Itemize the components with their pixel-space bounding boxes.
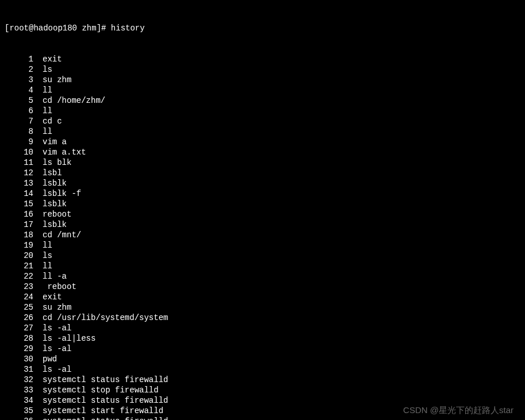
- history-list: 1exit2ls3su zhm4ll5cd /home/zhm/6ll7cd c…: [5, 54, 520, 420]
- history-line: 26cd /usr/lib/systemd/system: [5, 313, 520, 323]
- history-command: cd /mnt/: [33, 230, 81, 240]
- history-line: 3su zhm: [5, 75, 520, 85]
- history-line: 22ll -a: [5, 271, 520, 282]
- history-line: 20ls: [5, 251, 520, 261]
- history-line: 23 reboot: [5, 282, 520, 292]
- watermark-text: CSDN @星光下的赶路人star: [403, 405, 513, 415]
- history-number: 26: [5, 313, 33, 323]
- history-command: systemctl stop firewalld: [33, 385, 159, 395]
- history-line: 8ll: [5, 126, 520, 137]
- history-command: ll: [33, 85, 52, 95]
- history-line: 6ll: [5, 106, 520, 116]
- history-command: lsblk: [33, 178, 67, 188]
- history-line: 24exit: [5, 292, 520, 302]
- history-command: lsblk: [33, 219, 67, 230]
- history-number: 16: [5, 209, 33, 219]
- history-number: 33: [5, 385, 33, 395]
- history-line: 25su zhm: [5, 302, 520, 313]
- history-number: 2: [5, 64, 33, 75]
- history-command: ls -al: [33, 364, 71, 375]
- history-line: 7cd c: [5, 116, 520, 126]
- history-line: 17lsblk: [5, 219, 520, 230]
- history-number: 19: [5, 240, 33, 251]
- history-command: systemctl status firewalld: [33, 375, 168, 385]
- history-number: 18: [5, 230, 33, 240]
- history-number: 24: [5, 292, 33, 302]
- history-line: 21ll: [5, 261, 520, 271]
- history-number: 17: [5, 219, 33, 230]
- terminal-output[interactable]: [root@hadoop180 zhm]# history 1exit2ls3s…: [5, 2, 520, 420]
- history-number: 4: [5, 85, 33, 95]
- history-command: cd c: [33, 116, 62, 126]
- history-line: 30pwd: [5, 354, 520, 364]
- history-command: vim a: [33, 137, 67, 147]
- history-line: 5cd /home/zhm/: [5, 95, 520, 106]
- history-line: 18cd /mnt/: [5, 230, 520, 240]
- history-number: 11: [5, 157, 33, 168]
- history-command: ls -al|less: [33, 333, 95, 344]
- history-number: 13: [5, 178, 33, 188]
- history-line: 33systemctl stop firewalld: [5, 385, 520, 395]
- history-command: su zhm: [33, 302, 71, 313]
- history-command: ls blk: [33, 157, 71, 168]
- history-line: 9vim a: [5, 137, 520, 147]
- shell-prompt: [root@hadoop180 zhm]#: [5, 23, 111, 33]
- history-command: ll: [33, 261, 52, 271]
- history-number: 5: [5, 95, 33, 106]
- history-command: lsbl: [33, 168, 62, 178]
- history-number: 22: [5, 271, 33, 282]
- history-line: 16reboot: [5, 209, 520, 219]
- history-number: 29: [5, 344, 33, 354]
- history-line: 36systemctl status firewalld: [5, 416, 520, 420]
- history-command: ls -al: [33, 344, 71, 354]
- history-command: exit: [33, 292, 62, 302]
- history-number: 15: [5, 199, 33, 209]
- history-number: 32: [5, 375, 33, 385]
- history-number: 25: [5, 302, 33, 313]
- history-line: 28ls -al|less: [5, 333, 520, 344]
- history-number: 21: [5, 261, 33, 271]
- history-line: 34systemctl status firewalld: [5, 395, 520, 406]
- history-number: 20: [5, 251, 33, 261]
- history-number: 35: [5, 406, 33, 416]
- history-line: 12lsbl: [5, 168, 520, 178]
- history-number: 31: [5, 364, 33, 375]
- history-line: 10vim a.txt: [5, 147, 520, 157]
- typed-command: history: [111, 23, 145, 33]
- history-number: 27: [5, 323, 33, 333]
- history-number: 9: [5, 137, 33, 147]
- history-command: ll -a: [33, 271, 67, 282]
- history-number: 10: [5, 147, 33, 157]
- history-command: cd /home/zhm/: [33, 95, 105, 106]
- history-command: ll: [33, 240, 52, 251]
- history-line: 11ls blk: [5, 157, 520, 168]
- history-number: 23: [5, 282, 33, 292]
- history-number: 6: [5, 106, 33, 116]
- history-line: 19ll: [5, 240, 520, 251]
- history-line: 4ll: [5, 85, 520, 95]
- history-command: ll: [33, 126, 52, 137]
- history-command: reboot: [33, 282, 76, 292]
- history-number: 34: [5, 395, 33, 406]
- history-line: 32systemctl status firewalld: [5, 375, 520, 385]
- history-line: 13lsblk: [5, 178, 520, 188]
- history-number: 7: [5, 116, 33, 126]
- history-command: vim a.txt: [33, 147, 86, 157]
- history-number: 8: [5, 126, 33, 137]
- history-command: ls: [33, 251, 52, 261]
- history-line: 29ls -al: [5, 344, 520, 354]
- history-command: lsblk: [33, 199, 67, 209]
- history-number: 14: [5, 188, 33, 199]
- prompt-line: [root@hadoop180 zhm]# history: [5, 23, 520, 33]
- history-number: 28: [5, 333, 33, 344]
- history-command: exit: [33, 54, 62, 64]
- history-command: pwd: [33, 354, 57, 364]
- history-number: 3: [5, 75, 33, 85]
- history-number: 1: [5, 54, 33, 64]
- history-number: 36: [5, 416, 33, 420]
- history-line: 27ls -al: [5, 323, 520, 333]
- history-command: su zhm: [33, 75, 71, 85]
- history-line: 15lsblk: [5, 199, 520, 209]
- history-command: ll: [33, 106, 52, 116]
- history-command: lsblk -f: [33, 188, 81, 199]
